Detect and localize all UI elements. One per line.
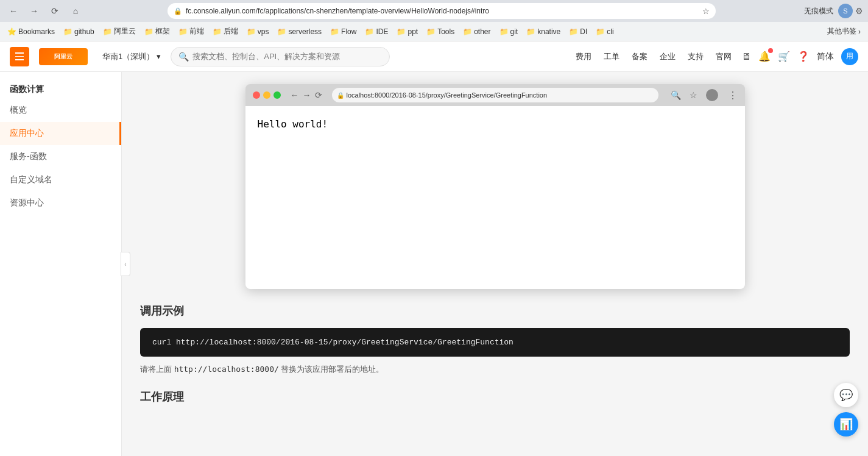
main-content: ← → ⟳ 🔒 localhost:8000/2016-08-15/proxy/… bbox=[122, 72, 868, 456]
sidebar: 函数计算 概览 应用中心 服务-函数 自定义域名 资源中心 bbox=[0, 72, 122, 456]
mockup-url: localhost:8000/2016-08-15/proxy/Greeting… bbox=[347, 91, 548, 99]
folder-icon-di: 📁 bbox=[569, 27, 578, 36]
collapse-sidebar-button[interactable]: ‹ bbox=[121, 252, 130, 276]
nav-link-fees[interactable]: 费用 bbox=[576, 51, 591, 62]
chrome-browser-bar: ← → ⟳ ⌂ 🔒 fc.console.aliyun.com/fc/appli… bbox=[0, 0, 868, 41]
profile-avatar[interactable]: S bbox=[838, 4, 853, 18]
bookmark-backend[interactable]: 📁 后端 bbox=[209, 24, 242, 38]
back-button[interactable]: ← bbox=[5, 2, 22, 20]
folder-icon-backend: 📁 bbox=[213, 27, 222, 36]
note-code: http://localhost:8000/ bbox=[174, 365, 279, 374]
sidebar-item-service-function[interactable]: 服务-函数 bbox=[0, 145, 121, 168]
star-icon[interactable]: ☆ bbox=[702, 7, 710, 16]
help-icon[interactable]: ❓ bbox=[797, 51, 810, 62]
bookmark-github[interactable]: 📁 github bbox=[60, 26, 98, 38]
address-bar[interactable]: 🔒 fc.console.aliyun.com/fc/applications/… bbox=[168, 3, 716, 19]
nav-link-beian[interactable]: 备案 bbox=[632, 51, 647, 62]
mockup-star-icon[interactable]: ☆ bbox=[690, 90, 697, 100]
mockup-forward-icon[interactable]: → bbox=[303, 90, 311, 100]
cart-icon[interactable]: 🛒 bbox=[778, 51, 790, 62]
home-button[interactable]: ⌂ bbox=[67, 2, 84, 20]
bookmark-ide[interactable]: 📁 IDE bbox=[361, 26, 392, 38]
folder-icon-git: 📁 bbox=[499, 27, 509, 36]
feedback-float-button[interactable]: 📊 bbox=[834, 412, 858, 436]
chevron-right-icon: › bbox=[858, 27, 861, 36]
folder-icon-frontend: 📁 bbox=[178, 27, 188, 36]
nav-link-support[interactable]: 支持 bbox=[688, 51, 704, 62]
lock-icon: 🔒 bbox=[174, 7, 182, 15]
curl-command: curl http://localhost:8000/2016-08-15/pr… bbox=[152, 338, 513, 347]
aliyun-logo[interactable]: 阿里云 bbox=[39, 48, 88, 65]
code-block: curl http://localhost:8000/2016-08-15/pr… bbox=[140, 328, 850, 357]
chrome-nav-bar: ← → ⟳ ⌂ 🔒 fc.console.aliyun.com/fc/appli… bbox=[0, 0, 868, 22]
folder-icon-serverless: 📁 bbox=[277, 27, 286, 36]
folder-icon-cli: 📁 bbox=[596, 27, 605, 36]
bell-icon[interactable]: 🔔 bbox=[758, 51, 771, 62]
sidebar-wrapper: 函数计算 概览 应用中心 服务-函数 自定义域名 资源中心 ‹ bbox=[0, 72, 122, 456]
maximize-dot bbox=[273, 91, 281, 99]
hamburger-line-3 bbox=[15, 59, 24, 60]
browser-mockup-address[interactable]: 🔒 localhost:8000/2016-08-15/proxy/Greeti… bbox=[332, 88, 658, 102]
bookmark-flow[interactable]: 📁 Flow bbox=[326, 26, 360, 38]
logo-area: 阿里云 bbox=[39, 48, 88, 65]
browser-mockup-toolbar: ← → ⟳ 🔒 localhost:8000/2016-08-15/proxy/… bbox=[245, 84, 745, 106]
browser-mockup-nav-buttons: ← → ⟳ bbox=[291, 90, 322, 100]
bookmark-vps[interactable]: 📁 vps bbox=[243, 26, 273, 38]
bookmark-other[interactable]: 📁 other bbox=[459, 26, 494, 38]
note-prefix: 请将上面 bbox=[140, 365, 174, 374]
folder-icon-github: 📁 bbox=[63, 27, 72, 36]
bookmark-aliyun[interactable]: 📁 阿里云 bbox=[99, 24, 139, 38]
extension-icon[interactable]: ⚙ bbox=[855, 6, 863, 16]
hamburger-menu-button[interactable] bbox=[10, 47, 29, 66]
bookmarks-label[interactable]: ⭐ Bookmarks bbox=[4, 26, 58, 38]
refresh-button[interactable]: ⟳ bbox=[46, 2, 63, 20]
browser-mockup-buttons bbox=[253, 91, 281, 99]
folder-icon-flow: 📁 bbox=[330, 27, 339, 36]
sidebar-item-app-center[interactable]: 应用中心 bbox=[0, 122, 121, 145]
folder-icon-aliyun: 📁 bbox=[103, 27, 112, 36]
sidebar-item-overview[interactable]: 概览 bbox=[0, 99, 121, 122]
close-dot bbox=[253, 91, 260, 99]
bookmark-serverless[interactable]: 📁 serverless bbox=[273, 26, 325, 38]
bookmark-cli[interactable]: 📁 cli bbox=[592, 26, 617, 38]
language-text[interactable]: 简体 bbox=[817, 51, 834, 62]
url-text: fc.console.aliyun.com/fc/applications/cn… bbox=[186, 7, 699, 15]
sidebar-item-custom-domain[interactable]: 自定义域名 bbox=[0, 168, 121, 191]
nav-links: 费用 工单 备案 企业 支持 官网 bbox=[576, 51, 732, 62]
work-principle-section: 工作原理 bbox=[140, 390, 850, 404]
folder-icon-other: 📁 bbox=[463, 27, 472, 36]
bookmark-knative[interactable]: 📁 knative bbox=[523, 26, 564, 38]
monitor-icon[interactable]: 🖥 bbox=[741, 51, 751, 62]
mockup-search-icon[interactable]: 🔍 bbox=[671, 90, 681, 100]
mockup-user-avatar bbox=[706, 89, 718, 101]
forward-button[interactable]: → bbox=[26, 2, 43, 20]
note-suffix: 替换为该应用部署后的地址。 bbox=[279, 365, 384, 374]
search-input[interactable] bbox=[192, 52, 382, 61]
mockup-menu-icon[interactable]: ⋮ bbox=[728, 90, 738, 101]
call-example-title: 调用示例 bbox=[140, 304, 850, 318]
nav-link-enterprise[interactable]: 企业 bbox=[660, 51, 676, 62]
user-avatar[interactable]: 用 bbox=[841, 48, 858, 65]
incognito-label: 无痕模式 bbox=[804, 6, 833, 16]
bookmark-di[interactable]: 📁 DI bbox=[565, 26, 591, 38]
sidebar-label-app-center: 应用中心 bbox=[10, 128, 44, 139]
nav-link-official[interactable]: 官网 bbox=[716, 51, 732, 62]
code-note: 请将上面 http://localhost:8000/ 替换为该应用部署后的地址… bbox=[140, 364, 850, 375]
mockup-refresh-icon[interactable]: ⟳ bbox=[315, 90, 322, 100]
sidebar-item-resource-center[interactable]: 资源中心 bbox=[0, 191, 121, 215]
chevron-down-icon: ▾ bbox=[157, 52, 161, 61]
nav-link-tickets[interactable]: 工单 bbox=[604, 51, 619, 62]
folder-icon-ide: 📁 bbox=[365, 27, 374, 36]
mockup-back-icon[interactable]: ← bbox=[291, 90, 299, 100]
sidebar-label-resource-center: 资源中心 bbox=[10, 198, 44, 208]
chat-float-button[interactable]: 💬 bbox=[834, 383, 858, 407]
region-selector[interactable]: 华南1（深圳） ▾ bbox=[102, 51, 161, 62]
bookmark-git[interactable]: 📁 git bbox=[496, 26, 522, 38]
bookmark-frontend[interactable]: 📁 前端 bbox=[175, 24, 208, 38]
bookmark-ppt[interactable]: 📁 ppt bbox=[393, 26, 422, 38]
bookmark-framework[interactable]: 📁 框架 bbox=[141, 24, 174, 38]
search-bar[interactable]: 🔍 bbox=[171, 47, 390, 66]
bookmark-tools[interactable]: 📁 Tools bbox=[423, 26, 458, 38]
other-bookmarks[interactable]: 其他书签 › bbox=[824, 24, 864, 38]
top-nav: 阿里云 华南1（深圳） ▾ 🔍 费用 工单 备案 企业 支持 官网 🖥 🔔 🛒 … bbox=[0, 41, 868, 72]
